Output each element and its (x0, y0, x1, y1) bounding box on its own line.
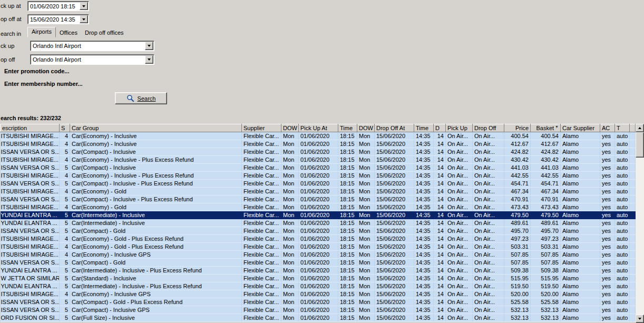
cell-time-drop-off: 14:35 (414, 282, 434, 290)
cell-drop-off-location: On Air... (473, 211, 504, 219)
table-row[interactable]: ITSUBISHI MIRAGE...4Car(Economy) - Inclu… (1, 251, 636, 259)
column-header-car-supplier[interactable]: Car Supplier (561, 124, 600, 132)
cell-days: 14 (434, 251, 446, 259)
cell-description: ISSAN VERSA OR S... (1, 180, 60, 188)
cell-time-drop-off: 14:35 (414, 211, 434, 219)
cell-basket: 497.23 (531, 235, 561, 243)
column-header-car-group[interactable]: Car Group (70, 124, 242, 132)
cell-days: 14 (434, 195, 446, 203)
table-row[interactable]: ISSAN VERSA OR S...5Car(Compact) - Inclu… (1, 148, 636, 156)
scrollbar-thumb[interactable] (636, 132, 644, 158)
cell-price: 400.54 (504, 132, 531, 140)
column-header-basket[interactable]: Basket▼ (531, 124, 561, 132)
drop-off-at-field[interactable]: 15/06/2020 14:35 (27, 14, 89, 24)
column-header-pick-up-at[interactable]: Pick Up At (299, 124, 338, 132)
tab-drop-off-offices[interactable]: Drop off offices (81, 28, 128, 37)
column-header-time-drop-off[interactable]: Time (414, 124, 434, 132)
cell-drop-off-location: On Air... (473, 203, 504, 211)
column-header-ac[interactable]: AC (600, 124, 615, 132)
pick-up-at-field[interactable]: 01/06/2020 18:15 (27, 1, 89, 11)
column-header-days[interactable]: D (434, 124, 446, 132)
cell-description: ISSAN VERSA OR S... (1, 298, 60, 306)
drop-off-at-dropdown-button[interactable] (80, 15, 88, 23)
pick-up-location-select[interactable]: Orlando Intl Airport (30, 41, 154, 51)
column-header-dow-drop-off[interactable]: DOW (357, 124, 375, 132)
table-row[interactable]: W JETTA OR SIMILAR5Car(Standard) - Inclu… (1, 275, 636, 282)
table-row[interactable]: ITSUBISHI MIRAGE...4Car(Economy) - GoldF… (1, 188, 636, 195)
pick-up-label: ck up (1, 43, 14, 49)
cell-supplier: Flexible Car... (242, 164, 281, 172)
table-row[interactable]: ISSAN VERSA OR S...5Car(Compact) - Inclu… (1, 180, 636, 188)
table-row[interactable]: ISSAN VERSA OR S...5Car(Compact) - Inclu… (1, 195, 636, 203)
table-row[interactable]: ISSAN VERSA OR S...5Car(Compact) - Gold … (1, 298, 636, 306)
search-in-label: earch in (1, 31, 21, 37)
cell-car-group: Car(Compact) - Inclusive - Plus Excess R… (70, 195, 242, 203)
table-row[interactable]: ITSUBISHI MIRAGE...4Car(Economy) - Gold … (1, 243, 636, 251)
column-header-transmission[interactable]: T (615, 124, 630, 132)
table-row[interactable]: ISSAN VERSA OR S...5Car(Compact) - GoldF… (1, 227, 636, 235)
table-row[interactable]: ISSAN VERSA OR S...5Car(Compact) - GoldF… (1, 259, 636, 267)
drop-off-location-dropdown-button[interactable] (145, 55, 153, 64)
chevron-down-icon (82, 18, 85, 21)
table-row[interactable]: YUNDAI ELANTRA ...5Car(Intermediate) - I… (1, 219, 636, 227)
cell-dow-drop-off: Mon (357, 164, 375, 172)
column-header-pick-up-location[interactable]: Pick Up (446, 124, 473, 132)
column-header-description[interactable]: escription (1, 124, 60, 132)
membership-number-link[interactable]: Enter membership number... (4, 81, 83, 87)
table-row[interactable]: ITSUBISHI MIRAGE...4Car(Economy) - Gold … (1, 235, 636, 243)
column-header-time-pick-up[interactable]: Time (338, 124, 357, 132)
cell-days: 14 (434, 314, 446, 322)
cell-car-supplier: Alamo (561, 227, 600, 235)
table-row[interactable]: YUNDAI ELANTRA ...5Car(Intermediate) - I… (1, 211, 636, 219)
cell-filler (630, 314, 636, 322)
promotion-code-link[interactable]: Enter promotion code... (4, 68, 69, 74)
pick-up-at-dropdown-button[interactable] (80, 2, 88, 10)
search-button[interactable]: Search (115, 92, 167, 104)
cell-basket: 473.43 (531, 203, 561, 211)
tab-airports[interactable]: Airports (27, 27, 56, 37)
cell-pick-up-location: On Air... (446, 227, 473, 235)
table-row[interactable]: YUNDAI ELANTRA ...5Car(Intermediate) - I… (1, 267, 636, 275)
cell-supplier: Flexible Car... (242, 275, 281, 282)
scroll-up-button[interactable] (636, 124, 644, 132)
table-row[interactable]: ITSUBISHI MIRAGE...4Car(Economy) - Inclu… (1, 140, 636, 148)
column-header-price[interactable]: Price (504, 124, 531, 132)
cell-pick-up-location: On Air... (446, 282, 473, 290)
cell-drop-off-at: 15/06/2020 (375, 156, 414, 164)
table-row[interactable]: ITSUBISHI MIRAGE...4Car(Economy) - Inclu… (1, 132, 636, 140)
column-header-seats[interactable]: S (60, 124, 70, 132)
cell-description: ITSUBISHI MIRAGE... (1, 140, 60, 148)
pick-up-location-dropdown-button[interactable] (145, 42, 153, 50)
table-row[interactable]: ISSAN VERSA OR S...5Car(Compact) - Inclu… (1, 306, 636, 314)
cell-pick-up-location: On Air... (446, 243, 473, 251)
tab-offices[interactable]: Offices (56, 28, 81, 37)
table-row[interactable]: YUNDAI ELANTRA ...5Car(Intermediate) - I… (1, 282, 636, 290)
drop-off-location-select[interactable]: Orlando Intl Airport (30, 54, 154, 65)
cell-dow-pick-up: Mon (281, 259, 299, 267)
table-row[interactable]: ITSUBISHI MIRAGE...4Car(Economy) - GoldF… (1, 203, 636, 211)
cell-pick-up-at: 01/06/2020 (299, 203, 338, 211)
vertical-scrollbar[interactable] (636, 124, 644, 323)
column-header-drop-off-location[interactable]: Drop Off (473, 124, 504, 132)
column-header-drop-off-at[interactable]: Drop Off At (375, 124, 414, 132)
table-row[interactable]: ITSUBISHI MIRAGE...4Car(Economy) - Inclu… (1, 290, 636, 298)
cell-car-supplier: Alamo (561, 235, 600, 243)
table-row[interactable]: ITSUBISHI MIRAGE...4Car(Economy) - Inclu… (1, 172, 636, 180)
cell-transmission: auto (615, 267, 630, 275)
cell-dow-drop-off: Mon (357, 140, 375, 148)
scroll-down-button[interactable] (636, 315, 644, 323)
table-row[interactable]: ISSAN VERSA OR S...5Car(Compact) - Inclu… (1, 164, 636, 172)
cell-time-drop-off: 14:35 (414, 188, 434, 195)
cell-supplier: Flexible Car... (242, 148, 281, 156)
table-row[interactable]: ORD FUSION OR SI...5Car(Full Size) - Inc… (1, 314, 636, 322)
cell-pick-up-location: On Air... (446, 195, 473, 203)
table-row[interactable]: ITSUBISHI MIRAGE...4Car(Economy) - Inclu… (1, 156, 636, 164)
cell-pick-up-at: 01/06/2020 (299, 195, 338, 203)
cell-car-supplier: Alamo (561, 290, 600, 298)
cell-seats: 4 (60, 172, 70, 180)
cell-supplier: Flexible Car... (242, 219, 281, 227)
column-header-supplier[interactable]: Supplier (242, 124, 281, 132)
column-header-dow-pick-up[interactable]: DOW (281, 124, 299, 132)
cell-pick-up-location: On Air... (446, 140, 473, 148)
cell-days: 14 (434, 290, 446, 298)
